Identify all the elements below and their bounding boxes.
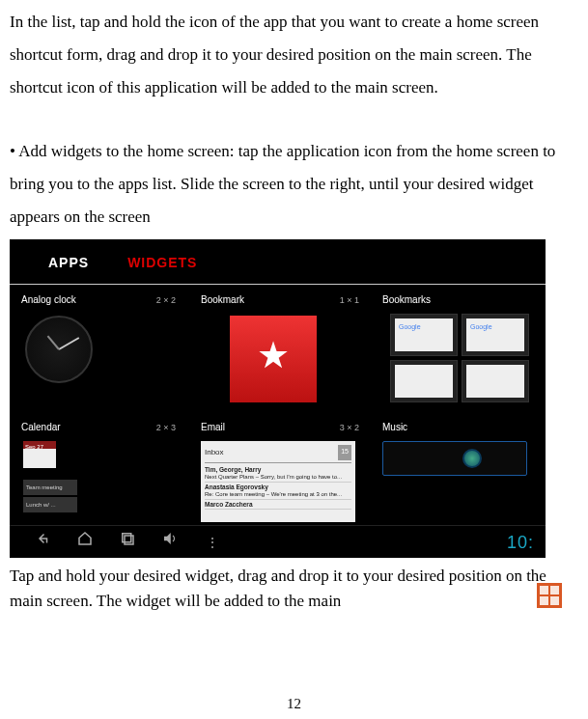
email-from: Marco Zacchera xyxy=(205,501,253,508)
back-button[interactable] xyxy=(21,527,64,558)
paragraph-2: • Add widgets to the home screen: tap th… xyxy=(10,135,578,234)
tab-widgets[interactable]: WIDGETS xyxy=(127,249,197,276)
apps-grid-icon xyxy=(537,583,562,608)
email-from: Tim, George, Harry xyxy=(205,466,261,473)
status-time: 10: xyxy=(507,525,534,559)
widget-music[interactable]: Music xyxy=(377,420,541,520)
email-subject: Next Quarter Plans – Sorry, but I'm goin… xyxy=(205,474,342,480)
volume-button[interactable] xyxy=(149,527,191,558)
paragraph-1: In the list, tap and hold the icon of th… xyxy=(10,6,578,104)
widget-bookmark[interactable]: Bookmark 1 × 1 ★ xyxy=(193,292,377,414)
email-inbox-label: Inbox xyxy=(205,445,224,460)
widget-email[interactable]: Email 3 × 2 Inbox 15 Tim, George, Harry … xyxy=(193,420,377,520)
tab-apps[interactable]: APPS xyxy=(48,249,89,276)
calendar-date-tile: Sep 27 xyxy=(23,441,56,468)
menu-button[interactable]: ⋮ xyxy=(191,529,234,556)
tabs-bar: APPS WIDGETS xyxy=(10,239,546,284)
widget-label: Email xyxy=(201,418,225,437)
widget-bookmarks[interactable]: Bookmarks xyxy=(377,292,541,414)
bookmark-tile: ★ xyxy=(230,316,317,402)
bookmark-thumb xyxy=(390,360,458,402)
bookmark-thumb xyxy=(462,314,529,356)
analog-clock-icon xyxy=(25,316,93,383)
recent-button[interactable] xyxy=(106,527,149,558)
widget-dim: 3 × 2 xyxy=(340,419,359,436)
widget-dim: 1 × 1 xyxy=(340,291,359,309)
widget-dim: 2 × 2 xyxy=(156,291,176,309)
widget-calendar[interactable]: Calendar 2 × 3 Sep 27 Team meeting Lunch… xyxy=(10,420,193,520)
email-subject: Re: Core team meeting – We're meeting at… xyxy=(205,491,342,497)
page-number: 12 xyxy=(287,697,301,711)
calendar-event: Lunch w/ ... xyxy=(23,497,77,512)
email-row: Anastasia Egorovsky Re: Core team meetin… xyxy=(205,483,351,500)
widget-label: Analog clock xyxy=(21,290,76,310)
svg-rect-0 xyxy=(123,533,131,541)
calendar-event: Team meeting xyxy=(23,480,77,495)
bookmark-thumb xyxy=(390,314,458,356)
play-icon xyxy=(462,449,482,468)
widget-analog-clock[interactable]: Analog clock 2 × 2 xyxy=(10,292,193,414)
email-tile: Inbox 15 Tim, George, Harry Next Quarter… xyxy=(201,441,355,522)
home-button[interactable] xyxy=(64,527,106,558)
bookmarks-grid xyxy=(390,314,541,402)
widget-dim: 2 × 3 xyxy=(156,419,176,436)
paragraph-3: Tap and hold your desired widget, drag a… xyxy=(10,564,578,613)
widget-row-2: Calendar 2 × 3 Sep 27 Team meeting Lunch… xyxy=(10,414,546,520)
widget-label: Calendar xyxy=(21,418,61,437)
widget-label: Bookmarks xyxy=(382,290,431,310)
nav-bar: ⋮ 10: xyxy=(10,525,546,558)
music-tile xyxy=(382,441,527,476)
email-count: 15 xyxy=(338,445,351,460)
email-row: Tim, George, Harry Next Quarter Plans – … xyxy=(205,465,351,483)
email-row: Marco Zacchera xyxy=(205,500,351,511)
calendar-list: Team meeting Lunch w/ ... xyxy=(23,480,193,512)
email-from: Anastasia Egorovsky xyxy=(205,484,268,490)
widget-label: Music xyxy=(382,418,407,437)
star-icon: ★ xyxy=(257,318,290,392)
widget-row-1: Analog clock 2 × 2 Bookmark 1 × 1 ★ Book… xyxy=(10,285,546,414)
calendar-date: Sep 27 xyxy=(25,441,43,453)
bookmark-thumb xyxy=(462,360,529,402)
widget-screen-illustration: APPS WIDGETS Analog clock 2 × 2 Bookmark… xyxy=(10,239,546,558)
widget-label: Bookmark xyxy=(201,290,244,310)
svg-rect-1 xyxy=(125,536,133,544)
